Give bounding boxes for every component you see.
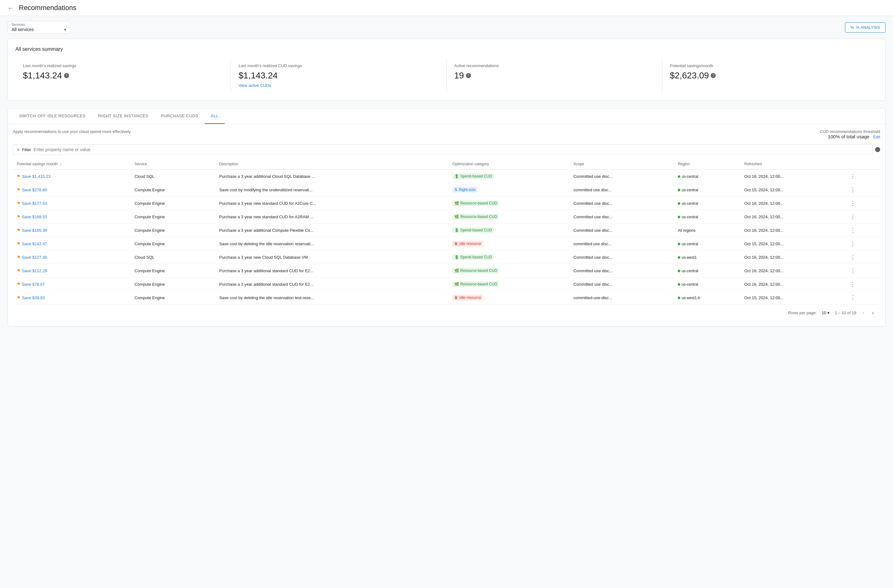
save-link[interactable]: Save $177.53 xyxy=(22,201,47,206)
more-options-button[interactable]: ⋮ xyxy=(849,253,857,261)
more-options-button[interactable]: ⋮ xyxy=(849,212,857,221)
opt-label: Spend-based CUD xyxy=(460,174,492,178)
region-dot xyxy=(678,256,680,259)
region-label: us-central xyxy=(681,201,698,206)
save-link[interactable]: Save $127.30 xyxy=(22,255,47,260)
table-row: ⚑ Save $142.47 Compute Engine Save cost … xyxy=(13,237,880,250)
card-value-active-recs: 19 ? xyxy=(454,70,654,81)
flag-icon: ⚑ xyxy=(17,214,21,219)
region-dot xyxy=(678,216,680,218)
scope-cell: committed use disc... xyxy=(570,237,674,250)
opt-label: Spend-based CUD xyxy=(460,255,492,260)
help-icon-active-recs[interactable]: ? xyxy=(466,73,471,78)
cud-edit-link[interactable]: Edit xyxy=(873,135,880,139)
save-link[interactable]: Save $1,415.23 xyxy=(22,174,51,179)
opt-label: Resource-based CUD xyxy=(460,268,497,273)
scope-cell: Committed use disc... xyxy=(570,250,674,264)
card-label-cud-savings: Last month's realized CUD savings xyxy=(239,63,439,68)
tab-purchase-cuds[interactable]: PURCHASE CUDS xyxy=(155,108,204,124)
table-row: ⚑ Save $112.29 Compute Engine Purchase a… xyxy=(13,264,880,278)
tab-switch-off[interactable]: SWITCH OFF IDLE RESOURCES xyxy=(13,108,92,124)
chevron-down-icon: ▾ xyxy=(64,27,66,32)
save-link[interactable]: Save $78.67 xyxy=(22,282,45,286)
region-cell: us-west1-b xyxy=(674,291,741,304)
save-link[interactable]: Save $112.29 xyxy=(22,268,47,273)
flag-icon: ⚑ xyxy=(17,228,21,233)
opt-label: Resource-based CUD xyxy=(460,201,497,206)
flag-icon: ⚑ xyxy=(17,255,21,260)
opt-icon: 💲 xyxy=(454,174,459,178)
opt-label: Idle resource xyxy=(459,296,481,300)
filter-help-icon[interactable]: ? xyxy=(875,147,880,152)
back-button[interactable]: ← xyxy=(8,4,14,12)
summary-card-realized-savings: Last month's realized savings $1,143.24 … xyxy=(15,58,231,93)
filter-input[interactable] xyxy=(33,147,869,152)
refreshed-cell: Oct 16, 2024, 12:00... xyxy=(741,264,845,278)
more-options-button[interactable]: ⋮ xyxy=(849,172,857,181)
more-options-button[interactable]: ⋮ xyxy=(849,280,857,288)
refreshed-cell: Oct 15, 2024, 12:00... xyxy=(741,237,845,250)
services-filter[interactable]: Services All services ▾ xyxy=(8,21,70,33)
top-bar: ← Recommendations xyxy=(0,0,893,16)
region-cell: us-central xyxy=(674,196,741,210)
service-cell: Cloud SQL xyxy=(131,250,216,264)
tab-right-size[interactable]: RIGHT SIZE INSTANCES xyxy=(92,108,155,124)
actions-cell: ⋮ xyxy=(845,196,880,210)
scope-cell: committed-use-disc... xyxy=(570,291,674,304)
description-cell: Save cost by deleting the idle reservati… xyxy=(216,237,449,250)
next-page-button[interactable]: › xyxy=(871,308,875,317)
card-value-realized-savings: $1,143.24 ? xyxy=(23,70,223,81)
optimization-cell: 💲 Spend-based CUD xyxy=(449,170,570,183)
optimization-cell: 💲 Spend-based CUD xyxy=(449,250,570,264)
tab-all[interactable]: ALL xyxy=(204,108,225,124)
more-options-button[interactable]: ⋮ xyxy=(849,199,857,208)
optimization-cell: 🌿 Resource-based CUD xyxy=(449,278,570,291)
save-link[interactable]: Save $165.39 xyxy=(22,228,47,233)
analysis-button[interactable]: % % ANALYSIS xyxy=(845,22,885,33)
more-options-button[interactable]: ⋮ xyxy=(849,185,857,194)
refreshed-cell: Oct 15, 2024, 12:00... xyxy=(741,183,845,196)
description-cell: Purchase a 3 year additional Compute Fle… xyxy=(216,224,449,237)
opt-icon: 🌿 xyxy=(454,268,459,273)
col-header-savings: Potential savings /month ↓ xyxy=(13,159,131,170)
opt-label: Spend-based CUD xyxy=(460,228,492,232)
view-active-cuds-link[interactable]: View active CUDs xyxy=(239,83,439,88)
scope-cell: Committed use disc... xyxy=(570,278,674,291)
flag-icon: ⚑ xyxy=(17,268,21,273)
more-options-button[interactable]: ⋮ xyxy=(849,293,857,302)
more-options-button[interactable]: ⋮ xyxy=(849,266,857,275)
more-options-button[interactable]: ⋮ xyxy=(849,226,857,235)
sort-icon[interactable]: ↓ xyxy=(60,162,62,166)
rows-per-page-select[interactable]: 10 ▾ xyxy=(822,310,830,315)
more-options-button[interactable]: ⋮ xyxy=(849,239,857,248)
table-header-row: Potential savings /month ↓ Service Descr… xyxy=(13,159,880,170)
filter-label: Filter xyxy=(22,147,31,152)
help-icon-realized-savings[interactable]: ? xyxy=(64,73,69,78)
opt-icon: 🗑 xyxy=(454,296,458,300)
table-row: ⚑ Save $127.30 Cloud SQL Purchase a 3 ye… xyxy=(13,250,880,264)
flag-icon: ⚑ xyxy=(17,174,21,179)
save-link[interactable]: Save $39.83 xyxy=(22,296,45,300)
refreshed-cell: Oct 16, 2024, 12:00... xyxy=(741,224,845,237)
scope-cell: Committed use disc... xyxy=(570,196,674,210)
save-link[interactable]: Save $142.47 xyxy=(22,242,47,246)
description-cell: Purchase a 3 year additional standard CU… xyxy=(216,264,449,278)
actions-cell: ⋮ xyxy=(845,210,880,224)
cud-threshold-label: CUD recommendations threshold xyxy=(820,129,880,134)
service-cell: Compute Engine xyxy=(131,183,216,196)
summary-card-cud-savings: Last month's realized CUD savings $1,143… xyxy=(231,58,446,93)
save-link[interactable]: Save $278.80 xyxy=(22,188,47,192)
opt-label: Resource-based CUD xyxy=(460,214,497,219)
help-icon-potential-savings[interactable]: ? xyxy=(711,73,716,78)
refreshed-cell: Oct 16, 2024, 12:00... xyxy=(741,196,845,210)
save-link[interactable]: Save $168.53 xyxy=(22,214,47,219)
service-cell: Compute Engine xyxy=(131,264,216,278)
opt-icon: 💲 xyxy=(454,228,459,232)
region-label: us-central xyxy=(681,242,698,246)
service-cell: Compute Engine xyxy=(131,210,216,224)
optimization-cell: 🌿 Resource-based CUD xyxy=(449,196,570,210)
card-label-potential-savings: Potential savings/month xyxy=(670,63,870,68)
description-cell: Purchase a 3 year additional standard CU… xyxy=(216,278,449,291)
prev-page-button[interactable]: ‹ xyxy=(861,308,866,317)
region-label: us-west1-b xyxy=(681,296,700,300)
